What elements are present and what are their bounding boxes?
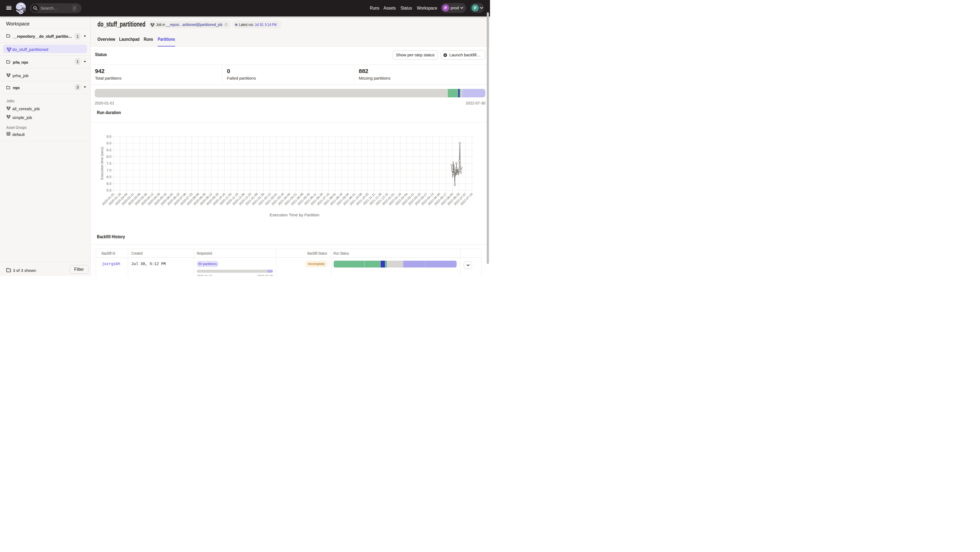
svg-text:7.0: 7.0 [107, 168, 111, 172]
svg-text:5.5: 5.5 [107, 188, 111, 192]
svg-text:6.5: 6.5 [107, 175, 111, 179]
svg-text:8.0: 8.0 [107, 155, 111, 159]
svg-text:Execution Time by Partition: Execution Time by Partition [270, 213, 320, 217]
svg-text:7.5: 7.5 [107, 162, 111, 165]
svg-text:9.0: 9.0 [107, 141, 111, 145]
svg-text:6.0: 6.0 [107, 182, 111, 186]
svg-text:Execution time (secs): Execution time (secs) [100, 147, 104, 179]
svg-text:8.5: 8.5 [107, 148, 111, 152]
svg-text:9.5: 9.5 [107, 135, 111, 139]
